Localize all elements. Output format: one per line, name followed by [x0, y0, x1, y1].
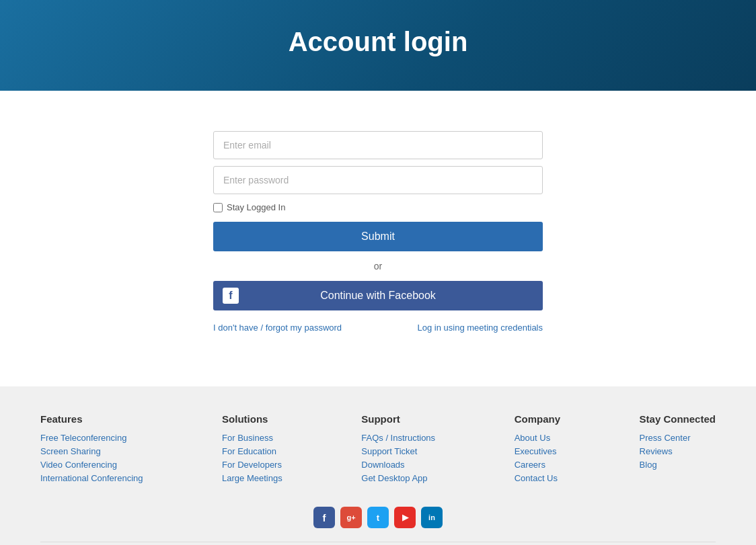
forgot-password-link[interactable]: I don't have / forgot my password	[213, 323, 342, 333]
footer-col-features: Features Free Teleconferencing Screen Sh…	[40, 413, 143, 487]
footer-link-executives[interactable]: Executives	[515, 446, 560, 456]
social-facebook-icon[interactable]: f	[313, 507, 335, 528]
main-content: Stay Logged In Submit or f Continue with…	[0, 91, 756, 386]
stay-logged-in-text: Stay Logged In	[227, 202, 285, 212]
social-youtube-icon[interactable]: ▶	[394, 507, 416, 528]
footer-col-company-heading: Company	[515, 413, 560, 425]
footer-col-support-heading: Support	[361, 413, 435, 425]
footer-link-for-business[interactable]: For Business	[222, 433, 282, 443]
footer-link-for-education[interactable]: For Education	[222, 446, 282, 456]
login-form: Stay Logged In Submit or f Continue with…	[213, 131, 543, 333]
links-row: I don't have / forgot my password Log in…	[213, 323, 543, 333]
stay-logged-in-label[interactable]: Stay Logged In	[213, 202, 543, 212]
social-googleplus-icon[interactable]: g+	[340, 507, 362, 528]
footer-col-solutions-heading: Solutions	[222, 413, 282, 425]
footer-social: f g+ t ▶ in	[40, 507, 716, 528]
footer-col-solutions: Solutions For Business For Education For…	[222, 413, 282, 487]
footer-link-careers[interactable]: Careers	[515, 460, 560, 470]
footer-col-support: Support FAQs / Instructions Support Tick…	[361, 413, 435, 487]
footer-link-downloads[interactable]: Downloads	[361, 460, 435, 470]
footer-divider	[40, 542, 716, 542]
footer-link-support-ticket[interactable]: Support Ticket	[361, 446, 435, 456]
facebook-login-button[interactable]: f Continue with Facebook	[213, 281, 543, 310]
or-divider: or	[213, 261, 543, 271]
page-header: Account login	[0, 0, 756, 91]
social-twitter-icon[interactable]: t	[367, 507, 389, 528]
footer-link-large-meetings[interactable]: Large Meetings	[222, 473, 282, 483]
password-input[interactable]	[213, 166, 543, 194]
footer-link-desktop-app[interactable]: Get Desktop App	[361, 473, 435, 483]
footer: Features Free Teleconferencing Screen Sh…	[0, 386, 756, 545]
footer-link-reviews[interactable]: Reviews	[640, 446, 716, 456]
facebook-icon: f	[223, 288, 239, 304]
submit-button[interactable]: Submit	[213, 222, 543, 251]
footer-columns: Features Free Teleconferencing Screen Sh…	[40, 413, 716, 487]
footer-link-blog[interactable]: Blog	[640, 460, 716, 470]
social-linkedin-icon[interactable]: in	[421, 507, 443, 528]
footer-col-stay-connected-heading: Stay Connected	[640, 413, 716, 425]
footer-link-press-center[interactable]: Press Center	[640, 433, 716, 443]
footer-link-screen-sharing[interactable]: Screen Sharing	[40, 446, 143, 456]
footer-link-faqs[interactable]: FAQs / Instructions	[361, 433, 435, 443]
facebook-btn-label: Continue with Facebook	[320, 290, 436, 302]
footer-link-contact-us[interactable]: Contact Us	[515, 473, 560, 483]
footer-link-about-us[interactable]: About Us	[515, 433, 560, 443]
footer-link-for-developers[interactable]: For Developers	[222, 460, 282, 470]
email-input[interactable]	[213, 131, 543, 159]
facebook-icon-box: f	[223, 288, 239, 304]
footer-col-features-heading: Features	[40, 413, 143, 425]
footer-link-free-teleconferencing[interactable]: Free Teleconferencing	[40, 433, 143, 443]
footer-link-video-conferencing[interactable]: Video Conferencing	[40, 460, 143, 470]
meeting-credentials-link[interactable]: Log in using meeting credentials	[418, 323, 543, 333]
footer-col-stay-connected: Stay Connected Press Center Reviews Blog	[640, 413, 716, 487]
footer-col-company: Company About Us Executives Careers Cont…	[515, 413, 560, 487]
footer-link-international-conferencing[interactable]: International Conferencing	[40, 473, 143, 483]
stay-logged-in-checkbox[interactable]	[213, 203, 223, 212]
page-title: Account login	[13, 27, 743, 57]
